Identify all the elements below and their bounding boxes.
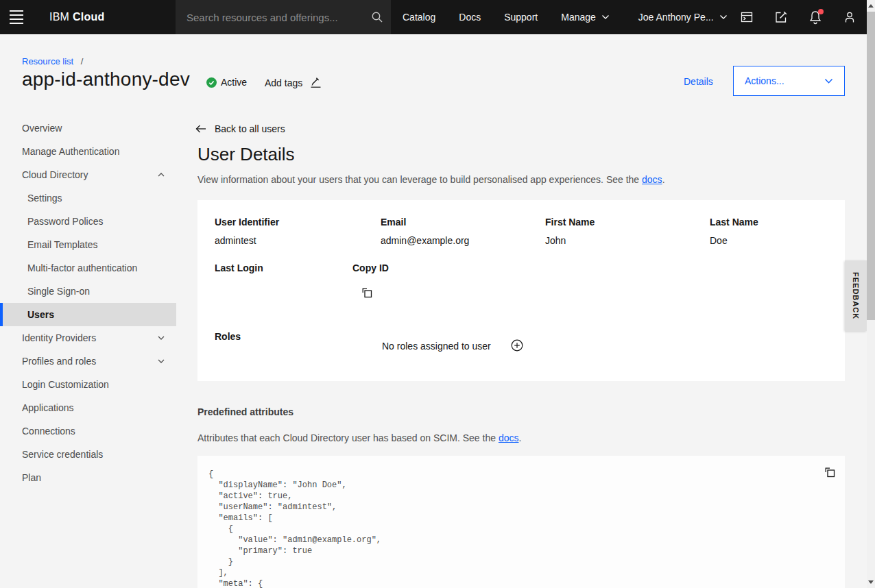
notification-badge	[818, 9, 824, 14]
vertical-scrollbar[interactable]	[867, 0, 875, 588]
sidebar-item-applications[interactable]: Applications	[0, 396, 176, 419]
top-header: IBM Cloud Catalog Docs Support Manage Jo…	[0, 0, 867, 34]
profile-button[interactable]	[832, 0, 867, 34]
cloud-shell-icon	[740, 10, 754, 24]
predefined-attributes-title: Predefined attributes	[197, 406, 293, 417]
chevron-down-icon	[824, 78, 833, 84]
field-label-email: Email	[381, 217, 406, 228]
copy-code-button[interactable]	[821, 463, 839, 481]
field-label-copy-id: Copy ID	[352, 262, 389, 273]
copy-id-button[interactable]	[357, 283, 376, 302]
notifications-button[interactable]	[798, 0, 832, 34]
add-role-button[interactable]	[506, 334, 528, 356]
scrollbar-down-arrow[interactable]	[867, 576, 875, 588]
hamburger-menu-button[interactable]	[0, 0, 33, 34]
edit-icon	[774, 10, 788, 24]
header-search	[176, 0, 391, 34]
brand-logo[interactable]: IBM Cloud	[49, 0, 104, 34]
field-value-first-name: John	[545, 235, 566, 246]
sidebar-item-email-templates[interactable]: Email Templates	[0, 233, 176, 256]
search-input[interactable]	[176, 0, 363, 34]
avatar-icon	[843, 10, 856, 24]
header-nav: Catalog Docs Support Manage Joe Anthony …	[391, 0, 739, 34]
sidebar-item-service-credentials[interactable]: Service credentials	[0, 443, 176, 466]
sidebar-item-manage-authentication[interactable]: Manage Authentication	[0, 140, 176, 163]
user-details-title: User Details	[197, 144, 295, 165]
sidebar-item-identity-providers[interactable]: Identity Providers	[0, 326, 176, 350]
docs-link[interactable]: docs	[642, 174, 662, 185]
nav-manage[interactable]: Manage	[549, 0, 621, 34]
scim-attributes-code-block: { "displayName": "John Doe", "active": t…	[197, 456, 845, 588]
field-label-first-name: First Name	[545, 217, 595, 228]
status-label: Active	[221, 77, 247, 88]
nav-catalog[interactable]: Catalog	[391, 0, 447, 34]
back-to-all-users-link[interactable]: Back to all users	[195, 123, 285, 134]
predefined-attributes-description: Attributes that each Cloud Directory use…	[197, 432, 521, 443]
sidebar-item-settings[interactable]: Settings	[0, 186, 176, 210]
scrollbar-up-arrow[interactable]	[867, 0, 875, 12]
copy-icon	[361, 287, 373, 299]
sidebar-item-plan[interactable]: Plan	[0, 466, 176, 489]
sidebar-item-users[interactable]: Users	[0, 303, 176, 326]
sidebar-item-cloud-directory[interactable]: Cloud Directory	[0, 163, 176, 186]
account-label: Joe Anthony Pe...	[638, 12, 714, 23]
status-badge: Active	[206, 77, 247, 88]
feedback-label: FEEDBACK	[852, 272, 860, 319]
copy-icon	[824, 467, 836, 478]
page-title: app-id-anthony-dev	[22, 69, 190, 90]
scrollbar-thumb[interactable]	[867, 12, 875, 320]
breadcrumb-resource-list-link[interactable]: Resource list	[22, 56, 73, 66]
chevron-down-icon	[601, 14, 610, 20]
field-value-user-identifier: admintest	[215, 235, 256, 246]
sidebar-item-multi-factor-authentication[interactable]: Multi-factor authentication	[0, 256, 176, 280]
feedback-button[interactable]: FEEDBACK	[845, 260, 867, 331]
nav-docs[interactable]: Docs	[447, 0, 492, 34]
actions-dropdown[interactable]: Actions...	[733, 66, 845, 96]
chevron-down-icon	[719, 14, 728, 20]
user-details-description: View information about your users that y…	[197, 174, 665, 185]
sidebar-item-profiles-and-roles[interactable]: Profiles and roles	[0, 350, 176, 373]
header-icon-group	[730, 0, 867, 34]
add-tags-button[interactable]: Add tags	[265, 77, 322, 88]
sidebar-item-connections[interactable]: Connections	[0, 419, 176, 443]
account-menu[interactable]: Joe Anthony Pe...	[627, 0, 739, 34]
roles-empty-text: No roles assigned to user	[382, 341, 491, 352]
hamburger-icon	[10, 10, 23, 24]
user-info-card: User Identifier Email First Name Last Na…	[197, 200, 845, 381]
chevron-down-icon	[156, 333, 166, 343]
edit-tags-icon	[310, 77, 322, 88]
field-value-email: admin@example.org	[381, 235, 469, 246]
nav-support[interactable]: Support	[492, 0, 549, 34]
check-circle-icon	[206, 77, 217, 88]
sidebar-item-login-customization[interactable]: Login Customization	[0, 373, 176, 396]
breadcrumb: Resource list /	[22, 56, 83, 66]
chevron-up-icon	[156, 170, 166, 180]
breadcrumb-separator: /	[81, 56, 84, 66]
cloud-shell-button[interactable]	[730, 0, 764, 34]
field-label-last-name: Last Name	[710, 217, 758, 228]
brand-prefix: IBM	[49, 11, 69, 23]
edit-docs-button[interactable]	[764, 0, 798, 34]
search-icon[interactable]	[363, 11, 391, 23]
docs-link[interactable]: docs	[499, 432, 519, 443]
plus-circle-icon	[511, 339, 523, 352]
field-label-user-identifier: User Identifier	[215, 217, 279, 228]
json-code: { "displayName": "John Doe", "active": t…	[197, 456, 845, 588]
arrow-left-icon	[195, 125, 206, 133]
sidebar-nav: Overview Manage Authentication Cloud Dir…	[0, 117, 176, 489]
sidebar-item-single-sign-on[interactable]: Single Sign-on	[0, 280, 176, 303]
sidebar-item-password-polices[interactable]: Password Polices	[0, 210, 176, 233]
details-link[interactable]: Details	[684, 76, 713, 87]
actions-label: Actions...	[745, 75, 784, 86]
field-label-last-login: Last Login	[215, 262, 263, 273]
chevron-down-icon	[156, 356, 166, 366]
sidebar-item-overview[interactable]: Overview	[0, 117, 176, 140]
field-label-roles: Roles	[215, 331, 241, 342]
brand-suffix: Cloud	[73, 11, 104, 23]
field-value-last-name: Doe	[710, 235, 728, 246]
